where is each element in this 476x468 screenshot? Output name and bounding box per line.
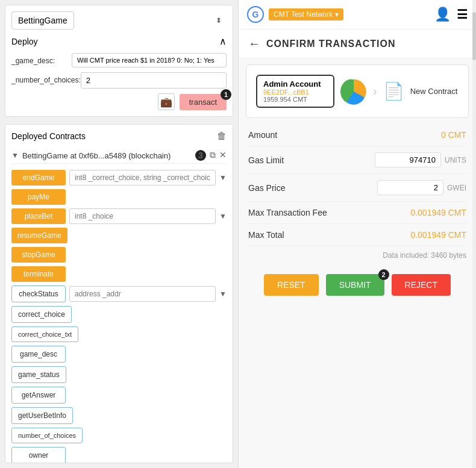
correctchoice-button[interactable]: correct_choice (11, 306, 72, 323)
checkstatus-chevron-icon[interactable]: ▼ (219, 290, 227, 298)
wallet-icon[interactable]: 💼 (158, 93, 175, 110)
contract-select-row: BettingGame (11, 11, 227, 30)
checkstatus-button[interactable]: checkStatus (11, 285, 66, 302)
right-panel: G CMT Test Network ▾ 👤 ☰ ← CONFIRM TRANS… (238, 0, 476, 468)
list-item: getAnswer (11, 387, 227, 404)
header-icons: 👤 ☰ (434, 7, 468, 22)
placebet-input[interactable] (69, 208, 216, 224)
transact-button[interactable]: transact 1 (180, 94, 227, 110)
maxtotal-row: Max Total 0.001949 CMT (248, 224, 466, 246)
data-note: Data included: 3460 bytes (248, 246, 466, 264)
deploy-title: Deploy (11, 37, 38, 46)
choices-label: _number_of_choices: (11, 72, 81, 84)
g-logo: G (247, 6, 264, 23)
gasprice-input-row: GWEI (377, 180, 466, 195)
deploy-field-gamedesc: _game_desc: (11, 53, 227, 67)
deploy-chevron-icon[interactable]: ∧ (219, 36, 227, 47)
gamedesc-label: _game_desc: (11, 53, 72, 65)
checkstatus-input[interactable] (69, 286, 216, 302)
account-address: 9EE2DF...cBB1 (263, 89, 327, 96)
gaslimit-unit: UNITS (445, 156, 466, 164)
document-icon: 📄 (383, 81, 404, 101)
deploy-field-choices: _number_of_choices: (11, 72, 227, 89)
endgame-input[interactable] (69, 170, 216, 186)
gaslimit-row: Gas Limit UNITS (248, 146, 466, 174)
tx-details: Amount 0 CMT Gas Limit UNITS Gas Price G… (239, 124, 476, 264)
gaslimit-input[interactable] (375, 152, 441, 167)
resumegame-button[interactable]: resumeGame (11, 228, 67, 243)
reset-button[interactable]: RESET (264, 274, 319, 296)
tx-flow: Admin Account 9EE2DF...cBB1 1959.954 CMT… (246, 64, 469, 118)
placebet-button[interactable]: placeBet (11, 208, 66, 224)
contract-select-wrapper: BettingGame (11, 11, 227, 30)
confirm-tx-header: ← CONFIRM TRANSACTION (239, 30, 476, 58)
correctchoicetxt-button[interactable]: correct_choice_txt (11, 326, 78, 342)
list-item: game_desc (11, 346, 227, 363)
instance-badge: 3 (195, 150, 206, 161)
tx-buttons: RESET SUBMIT 2 REJECT (239, 264, 476, 305)
gamestatus-button[interactable]: game_status (11, 366, 66, 383)
close-icon[interactable]: ✕ (219, 150, 227, 161)
list-item: endGame ▼ (11, 170, 227, 186)
gasprice-label: Gas Price (248, 183, 285, 193)
gamedesc-input[interactable] (72, 53, 227, 67)
list-item: stopGame (11, 247, 227, 263)
contract-instance-row: ▼ BettingGame at 0xf6b...a5489 (blockcha… (11, 148, 227, 164)
submit-button[interactable]: SUBMIT 2 (326, 274, 384, 296)
list-item: getUserBetInfo (11, 407, 227, 424)
instance-chevron-icon[interactable]: ▼ (11, 151, 19, 160)
function-list: endGame ▼ payMe placeBet ▼ resumeGame st… (11, 170, 227, 463)
left-panel: BettingGame Deploy ∧ _game_desc: _number… (0, 0, 238, 468)
account-name: Admin Account (263, 80, 327, 89)
gaslimit-input-row: UNITS (375, 152, 466, 167)
contract-actions: 3 ⧉ ✕ (195, 150, 227, 161)
gasprice-row: Gas Price GWEI (248, 174, 466, 202)
amount-row: Amount 0 CMT (248, 124, 466, 146)
deploy-actions: 💼 transact 1 (11, 93, 227, 110)
getuserbetinfo-button[interactable]: getUserBetInfo (11, 407, 73, 424)
right-header: G CMT Test Network ▾ 👤 ☰ (239, 0, 476, 30)
destination-label: New Contract (410, 87, 458, 96)
account-pie-chart (340, 78, 367, 105)
stopgame-button[interactable]: stopGame (11, 247, 66, 263)
list-item: owner (11, 447, 227, 463)
deploy-header: Deploy ∧ (11, 36, 227, 47)
contract-select[interactable]: BettingGame (11, 11, 74, 30)
account-balance: 1959.954 CMT (263, 96, 327, 103)
deploy-section: BettingGame Deploy ∧ _game_desc: _number… (5, 5, 233, 117)
numchoices-button[interactable]: number_of_choices (11, 428, 83, 443)
scrollbar[interactable] (472, 0, 476, 468)
maxtxfee-label: Max Transaction Fee (248, 208, 327, 217)
account-icon[interactable]: 👤 (434, 7, 451, 22)
gasprice-input[interactable] (377, 180, 443, 195)
list-item: game_status (11, 366, 227, 383)
copy-icon[interactable]: ⧉ (210, 150, 216, 161)
network-chevron-icon: ▾ (335, 10, 339, 19)
list-item: number_of_choices (11, 428, 227, 443)
list-item: correct_choice (11, 306, 227, 323)
network-label: CMT Test Network (274, 10, 333, 19)
instance-label: BettingGame at 0xf6b...a5489 (blockchain… (22, 151, 192, 160)
reject-button[interactable]: REJECT (392, 274, 451, 296)
maxtxfee-value: 0.001949 CMT (410, 208, 466, 217)
amount-value: 0 CMT (441, 130, 466, 140)
endgame-button[interactable]: endGame (11, 170, 66, 186)
trash-icon[interactable]: 🗑 (217, 131, 227, 142)
maxtotal-label: Max Total (248, 230, 284, 240)
menu-icon[interactable]: ☰ (457, 7, 468, 22)
choices-input[interactable] (81, 72, 227, 89)
payme-button[interactable]: payMe (11, 189, 66, 205)
network-badge[interactable]: CMT Test Network ▾ (269, 8, 343, 20)
list-item: checkStatus ▼ (11, 285, 227, 302)
back-arrow-icon[interactable]: ← (248, 37, 260, 51)
deployed-header: Deployed Contracts 🗑 (11, 131, 227, 142)
gamedesc-button[interactable]: game_desc (11, 346, 66, 363)
placebet-chevron-icon[interactable]: ▼ (219, 212, 227, 220)
submit-badge: 2 (378, 269, 389, 280)
maxtotal-value: 0.001949 CMT (410, 230, 466, 240)
owner-button[interactable]: owner (11, 447, 66, 463)
terminate-button[interactable]: terminate (11, 266, 66, 282)
scroll-thumb[interactable] (472, 12, 476, 60)
getanswer-button[interactable]: getAnswer (11, 387, 66, 404)
endgame-chevron-icon[interactable]: ▼ (219, 173, 227, 182)
